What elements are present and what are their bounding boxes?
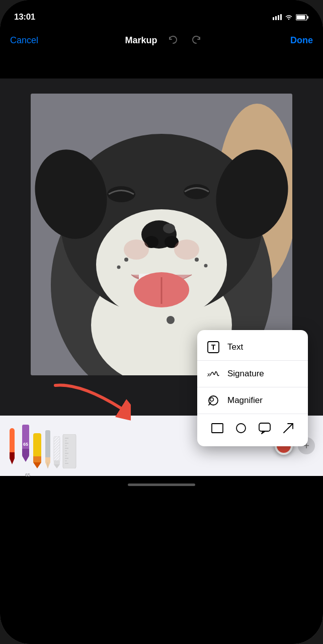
svg-point-26 — [167, 316, 175, 324]
svg-point-31 — [124, 239, 149, 260]
svg-point-43 — [236, 424, 246, 433]
marker-size: 65 — [25, 472, 30, 477]
highlighter-tool[interactable] — [32, 423, 42, 468]
svg-rect-44 — [259, 423, 270, 431]
popup-text-label: Text — [227, 342, 243, 352]
svg-point-19 — [107, 186, 135, 202]
arrow-shape-button[interactable] — [280, 420, 296, 436]
svg-rect-64 — [63, 434, 76, 468]
svg-point-28 — [117, 266, 121, 269]
svg-text:T: T — [211, 343, 216, 351]
svg-point-30 — [204, 264, 208, 268]
svg-rect-50 — [22, 449, 29, 456]
home-bar — [128, 484, 195, 486]
popup-menu: T Text x Signature — [197, 330, 308, 446]
popup-signature-label: Signature — [227, 369, 264, 379]
popup-magnifier-label: Magnifier — [227, 395, 263, 406]
popup-shapes-row — [197, 414, 308, 442]
svg-rect-54 — [33, 456, 41, 462]
svg-rect-6 — [307, 16, 309, 19]
svg-line-45 — [284, 424, 293, 433]
svg-point-4 — [288, 19, 289, 20]
svg-rect-3 — [280, 14, 282, 20]
svg-marker-51 — [22, 456, 29, 462]
popup-item-text[interactable]: T Text — [197, 334, 308, 361]
redo-button[interactable] — [189, 33, 204, 48]
pencil-tool[interactable] — [44, 423, 51, 468]
popup-item-signature[interactable]: x Signature — [197, 361, 308, 387]
svg-text:65: 65 — [23, 442, 28, 447]
svg-rect-42 — [212, 424, 223, 433]
circle-shape-button[interactable] — [233, 420, 249, 436]
page-title: Markup — [125, 35, 157, 46]
nav-bar: Cancel Markup Done — [0, 27, 323, 53]
svg-rect-1 — [275, 16, 277, 20]
phone-screen: 13:01 — [0, 0, 323, 644]
status-icons — [273, 14, 309, 21]
undo-button[interactable] — [166, 33, 181, 48]
nav-title-area: Markup — [125, 33, 204, 48]
svg-point-32 — [174, 239, 199, 260]
svg-point-20 — [184, 184, 210, 199]
speech-bubble-button[interactable] — [257, 420, 273, 436]
svg-rect-60 — [54, 436, 60, 462]
svg-rect-0 — [273, 17, 274, 20]
svg-point-27 — [124, 258, 128, 262]
status-time: 13:01 — [14, 12, 35, 22]
svg-marker-48 — [10, 458, 15, 464]
pen-tool[interactable] — [8, 423, 16, 468]
battery-icon — [296, 14, 309, 21]
red-arrow-annotation — [50, 380, 131, 423]
magnifier-icon — [206, 393, 220, 408]
svg-text:x: x — [207, 371, 210, 377]
svg-rect-56 — [45, 430, 50, 459]
tools-row: 65 65 — [8, 423, 76, 468]
phone-frame: 13:01 — [0, 0, 323, 644]
cancel-button[interactable]: Cancel — [10, 35, 38, 46]
top-spacer — [0, 53, 323, 78]
signature-icon: x — [206, 367, 220, 381]
wifi-icon — [285, 14, 293, 20]
svg-marker-63 — [54, 464, 60, 468]
drawing-toolbar: T Text x Signature — [0, 416, 323, 476]
signal-icon — [273, 14, 282, 20]
svg-rect-7 — [297, 15, 305, 19]
marker-tool[interactable]: 65 65 — [21, 423, 30, 468]
ruler-tool[interactable] — [62, 423, 76, 468]
svg-rect-57 — [45, 457, 50, 462]
svg-rect-49 — [22, 425, 29, 451]
text-icon: T — [206, 340, 220, 354]
svg-rect-2 — [278, 15, 279, 20]
svg-rect-46 — [10, 428, 15, 456]
home-indicator-area — [0, 476, 323, 493]
svg-point-16 — [163, 223, 175, 233]
svg-point-40 — [210, 398, 214, 401]
svg-point-29 — [195, 258, 199, 262]
eraser-tool[interactable] — [53, 423, 60, 468]
done-button[interactable]: Done — [290, 35, 313, 46]
svg-rect-62 — [54, 460, 60, 464]
rectangle-shape-button[interactable] — [209, 420, 225, 436]
notch — [121, 0, 202, 16]
popup-item-magnifier[interactable]: Magnifier — [197, 387, 308, 414]
svg-marker-55 — [33, 462, 41, 468]
svg-rect-53 — [33, 433, 41, 458]
svg-rect-47 — [10, 452, 15, 458]
